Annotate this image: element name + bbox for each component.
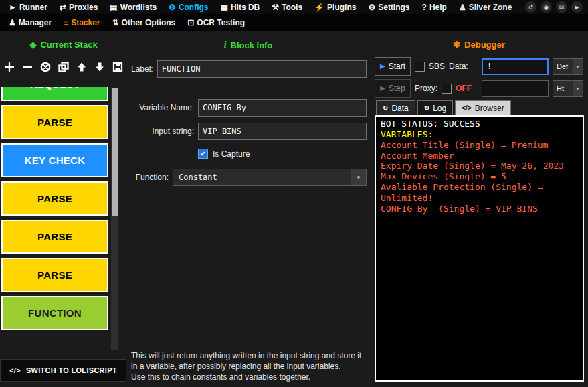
proxy-status: OFF [456, 84, 472, 93]
check-icon: ✔ [200, 151, 205, 157]
submenu-item[interactable]: ⊡ OCR Testing [181, 15, 251, 30]
function-dropdown-value: Constant [173, 169, 351, 185]
log-line: VARIABLES: [381, 129, 578, 140]
menu-item[interactable]: ⚡ Plugins [308, 0, 362, 15]
info-icon: i [224, 40, 227, 50]
menu-item-label: Plugins [327, 3, 356, 12]
wordlist-type-value: Def [553, 59, 573, 74]
debugger-tab[interactable]: ↻ Data [376, 100, 415, 115]
stack-scrollbar[interactable] [110, 87, 119, 351]
refresh-icon: ↻ [383, 104, 388, 112]
switch-to-loliscript-button[interactable]: </> SWITCH TO LOLISCRIPT [0, 359, 126, 382]
camera-icon[interactable]: ◉ [541, 1, 552, 13]
stack-block[interactable]: KEY CHECK [1, 143, 108, 177]
debugger-tab[interactable]: ↻ Log [417, 100, 453, 115]
function-dropdown[interactable]: Constant ▼ [173, 169, 367, 186]
chevron-down-icon: ▼ [573, 81, 583, 96]
stack-icon: ◈ [29, 40, 36, 50]
disable-block-button[interactable] [37, 59, 54, 75]
data-label: Data: [449, 62, 468, 71]
submenu-item[interactable]: ♟ Manager [3, 15, 58, 30]
silver-zone-icon: ♟ [459, 3, 466, 12]
is-capture-checkbox[interactable]: ✔ [198, 149, 208, 159]
label-row: Label: [131, 60, 367, 78]
stack-block[interactable]: PARSE [1, 220, 108, 254]
sbs-label: SBS [429, 62, 445, 71]
top-menubar: ► Runner ⇄ Proxies ▤ Wordlists ⚙ Configs… [0, 0, 588, 15]
ocr-testing-icon: ⊡ [187, 18, 194, 27]
settings-icon: ⚙ [368, 3, 375, 12]
other-options-icon: ⇅ [112, 18, 119, 27]
debugger-tab[interactable]: </> Browser [455, 100, 510, 115]
stack-block[interactable]: PARSE [1, 105, 108, 139]
debugger-tabs: ↻ Data ↻ Log </> Browser [376, 100, 511, 115]
function-label: Function: [127, 173, 169, 182]
submenu-item[interactable]: ≡ Stacker [58, 15, 106, 30]
tab-label: Log [433, 104, 446, 113]
menu-item[interactable]: ⚙ Configs [163, 0, 214, 15]
menu-item[interactable]: ▦ Hits DB [215, 0, 266, 15]
start-button[interactable]: ▶ Start [375, 57, 411, 76]
menu-item-label: Proxies [69, 3, 98, 12]
wordlists-icon: ▤ [110, 3, 117, 12]
add-block-button[interactable] [1, 59, 17, 75]
sbs-checkbox[interactable]: ✔ [415, 62, 425, 72]
debugger-row-1: ▶ Start ✔ SBS Data: Def ▼ [375, 57, 583, 76]
menu-item[interactable]: ⚒ Tools [266, 0, 308, 15]
debugger-row-2: ▶ Step Proxy: ✔ OFF Ht ▼ [375, 79, 583, 98]
input-string-input[interactable] [198, 123, 367, 140]
submenu-item-label: Stacker [71, 18, 100, 27]
proxy-label: Proxy: [415, 84, 437, 93]
plus-icon [4, 62, 15, 72]
proxy-type-dropdown[interactable]: Ht ▼ [553, 80, 583, 97]
start-button-label: Start [389, 62, 405, 71]
debugger-title: Debugger [464, 40, 505, 50]
log-line: Max Devices (Single) = 5 [381, 171, 578, 182]
log-line: Avaliable Protection (Single) = Unlimite… [381, 182, 578, 204]
step-button-label: Step [389, 84, 405, 93]
stack-block[interactable]: PARSE [1, 258, 108, 292]
debugger-log[interactable]: BOT STATUS: SUCCESS VARIABLES: Account T… [375, 115, 584, 382]
label-input[interactable] [157, 60, 367, 78]
data-input[interactable] [482, 58, 549, 75]
stack-block[interactable]: FUNCTION [1, 296, 108, 330]
menu-item[interactable]: ? Help [416, 0, 453, 15]
circle-x-icon [40, 62, 51, 72]
runner-icon: ► [9, 3, 17, 12]
proxy-checkbox[interactable]: ✔ [442, 84, 452, 94]
menu-item-label: Silver Zone [469, 3, 512, 12]
is-capture-row: ✔ Is Capture [198, 149, 250, 159]
proxy-input[interactable] [482, 80, 549, 97]
proxies-icon: ⇄ [60, 3, 66, 12]
block-info-title: Block Info [231, 40, 273, 50]
chat-icon[interactable]: ✉ [556, 1, 567, 13]
menu-item[interactable]: ▤ Wordlists [104, 0, 163, 15]
manager-icon: ♟ [9, 18, 16, 27]
scrollbar-thumb[interactable] [112, 88, 118, 216]
step-button[interactable]: ▶ Step [375, 79, 411, 98]
stack-block-list: REQUEST PARSE KEY CHECK PARSE PARSE PARS… [1, 87, 108, 351]
help-icon: ? [422, 3, 427, 12]
wordlist-type-dropdown[interactable]: Def ▼ [553, 58, 583, 75]
stack-block[interactable]: REQUEST [1, 87, 108, 101]
stack-block[interactable]: PARSE [1, 181, 108, 216]
menu-item[interactable]: ♟ Silver Zone [453, 0, 518, 15]
menu-item[interactable]: ⇄ Proxies [54, 0, 104, 15]
variable-name-label: Variable Name: [127, 103, 194, 112]
save-stack-button[interactable] [110, 59, 126, 75]
move-down-button[interactable] [92, 59, 108, 75]
submenu-item[interactable]: ⇅ Other Options [106, 15, 182, 30]
variable-name-row: Variable Name: [127, 99, 367, 117]
move-up-button[interactable] [74, 59, 90, 75]
menu-item[interactable]: ⚙ Settings [362, 0, 415, 15]
function-row: Function: Constant ▼ [127, 169, 367, 186]
send-icon[interactable]: ► [571, 1, 583, 13]
duplicate-block-button[interactable] [56, 59, 72, 75]
menu-item[interactable]: ► Runner [3, 0, 54, 15]
variable-name-input[interactable] [198, 99, 367, 117]
debugger-header: ✱ Debugger [375, 40, 583, 50]
configs-nav: ♟ Manager ≡ Stacker ⇅ Other Options ⊡ OC… [3, 15, 251, 30]
remove-block-button[interactable] [19, 59, 35, 75]
history-icon[interactable]: ↺ [525, 1, 536, 13]
tab-label: Browser [475, 104, 504, 113]
